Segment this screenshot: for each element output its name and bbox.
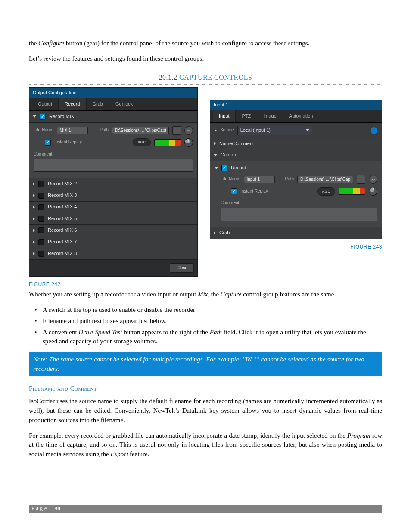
svg-line-0 <box>189 131 190 132</box>
tab-image[interactable]: Image <box>257 110 283 122</box>
mix1-header-row[interactable]: Record MIX 1 <box>29 111 197 122</box>
section-number: 20.1.2 <box>159 74 180 81</box>
section-title-text: CAPTURE CONTROLS <box>179 74 252 81</box>
chevron-right-icon <box>33 229 35 232</box>
mix-enable-checkbox[interactable] <box>38 239 44 245</box>
instant-replay-label: Instant Replay <box>54 139 82 146</box>
tab-output[interactable]: Output <box>32 98 59 110</box>
gain-knob[interactable] <box>184 138 193 147</box>
drive-speed-test-button[interactable] <box>369 175 377 184</box>
agc-pill[interactable]: AGC <box>133 138 151 146</box>
agc-pill[interactable]: AGC <box>317 187 335 196</box>
mix-enable-checkbox[interactable] <box>38 204 44 210</box>
vu-meter <box>339 188 365 195</box>
page-footer: Page | 198 <box>29 505 382 513</box>
mix7-row[interactable]: Record MIX 7 <box>29 236 197 248</box>
instant-replay-label: Instant Replay <box>240 188 268 195</box>
name-comment-label: Name/Comment <box>219 140 254 147</box>
body-paragraph-3: For example, every recorded or grabbed f… <box>29 431 382 459</box>
record-label: Record <box>231 165 246 171</box>
instant-replay-checkbox[interactable] <box>45 140 51 146</box>
tab-row: Output Record Grab Genlock <box>29 98 197 111</box>
path-browse-button[interactable]: … <box>357 175 365 184</box>
section-heading: 20.1.2 CAPTURE CONTROLS <box>29 71 382 84</box>
grab-label: Grab <box>219 230 230 236</box>
t: Capture <box>221 291 242 298</box>
mix2-row[interactable]: Record MIX 2 <box>29 178 197 190</box>
comment-label: Comment <box>221 200 377 206</box>
gain-knob[interactable] <box>369 187 377 196</box>
capture-row[interactable]: Capture <box>210 149 382 161</box>
comment-label: Comment <box>34 151 193 158</box>
mix-enable-checkbox[interactable] <box>38 227 44 233</box>
output-configuration-panel: Output Configuration Output Record Grab … <box>29 87 198 277</box>
t: For example, every recorded or grabbed f… <box>29 432 347 439</box>
mix-enable-checkbox[interactable] <box>38 251 44 257</box>
mix-enable-checkbox[interactable] <box>38 181 44 187</box>
tab-row: Input PTZ Image Automation <box>210 110 382 123</box>
drive-speed-test-button[interactable] <box>184 126 193 135</box>
capture-body: Record File Name Path … Instant Replay <box>210 161 382 227</box>
tab-automation[interactable]: Automation <box>283 110 320 122</box>
mix3-row[interactable]: Record MIX 3 <box>29 190 197 201</box>
file-name-input[interactable] <box>244 176 275 183</box>
grab-row[interactable]: Grab <box>210 227 382 239</box>
mix8-row[interactable]: Record MIX 8 <box>29 248 197 259</box>
mix1-enable-checkbox[interactable] <box>40 114 46 120</box>
t: Whether you are setting up a recorder fo… <box>29 291 198 298</box>
mix6-row[interactable]: Record MIX 6 <box>29 224 197 236</box>
configure-word: Configure <box>38 40 64 47</box>
t: Program <box>347 432 371 439</box>
footer-page-label: Page <box>31 505 48 512</box>
bullet-list: A switch at the top is used to enable or… <box>40 305 382 346</box>
filename-comment-heading: Filename and Comment <box>29 384 382 394</box>
file-name-input[interactable] <box>57 127 88 134</box>
t: Drive Speed Test <box>78 329 122 336</box>
file-name-label: File Name <box>34 127 53 134</box>
list-item: Filename and path text boxes appear just… <box>40 317 382 326</box>
chevron-right-icon <box>33 217 35 221</box>
chevron-down-icon <box>306 129 309 131</box>
mix5-row[interactable]: Record MIX 5 <box>29 213 197 224</box>
comment-textarea[interactable] <box>221 208 377 221</box>
path-input[interactable] <box>112 127 169 134</box>
comment-textarea[interactable] <box>34 159 193 172</box>
record-enable-checkbox[interactable] <box>221 165 227 171</box>
mix1-label: Record MIX 1 <box>49 113 78 120</box>
capture-label: Capture <box>221 152 237 159</box>
path-label: Path <box>100 127 109 134</box>
mix-label: Record MIX 6 <box>48 227 77 234</box>
vu-meter <box>154 139 181 146</box>
t: button appears to the right of the <box>122 329 209 336</box>
instant-replay-checkbox[interactable] <box>231 188 237 194</box>
tab-grab[interactable]: Grab <box>87 98 109 110</box>
panel-footer: Close <box>29 259 197 277</box>
mix-enable-checkbox[interactable] <box>38 193 44 199</box>
mix-label: Record MIX 5 <box>48 215 77 222</box>
source-label: Source <box>220 127 234 134</box>
source-select[interactable]: Local (Input 1) <box>237 126 312 135</box>
close-button[interactable]: Close <box>170 263 194 273</box>
info-icon[interactable]: i <box>371 127 377 134</box>
t: A convenient <box>43 329 78 336</box>
path-label: Path <box>285 176 294 183</box>
tab-input[interactable]: Input <box>213 110 236 122</box>
figure-243-caption: FIGURE 243 <box>210 243 382 251</box>
note-box: Note: The same source cannot be selected… <box>29 352 382 376</box>
footer-sep: | <box>48 505 50 512</box>
tab-genlock[interactable]: Genlock <box>109 98 139 110</box>
t: control group features are the same. <box>241 291 336 298</box>
tab-ptz[interactable]: PTZ <box>236 110 257 122</box>
tab-record[interactable]: Record <box>59 98 86 110</box>
mix-enable-checkbox[interactable] <box>38 216 44 222</box>
mix4-row[interactable]: Record MIX 4 <box>29 201 197 213</box>
chevron-right-icon <box>214 142 216 145</box>
mix-label: Record MIX 2 <box>48 180 77 187</box>
path-browse-button[interactable]: … <box>172 126 181 135</box>
chevron-down-icon <box>215 167 218 169</box>
intro-paragraph-2: Let’s review the features and settings f… <box>29 54 382 64</box>
name-comment-row[interactable]: Name/Comment <box>210 138 382 149</box>
path-input[interactable] <box>297 176 353 183</box>
t: Mix <box>198 291 208 298</box>
chevron-right-icon <box>33 182 35 186</box>
